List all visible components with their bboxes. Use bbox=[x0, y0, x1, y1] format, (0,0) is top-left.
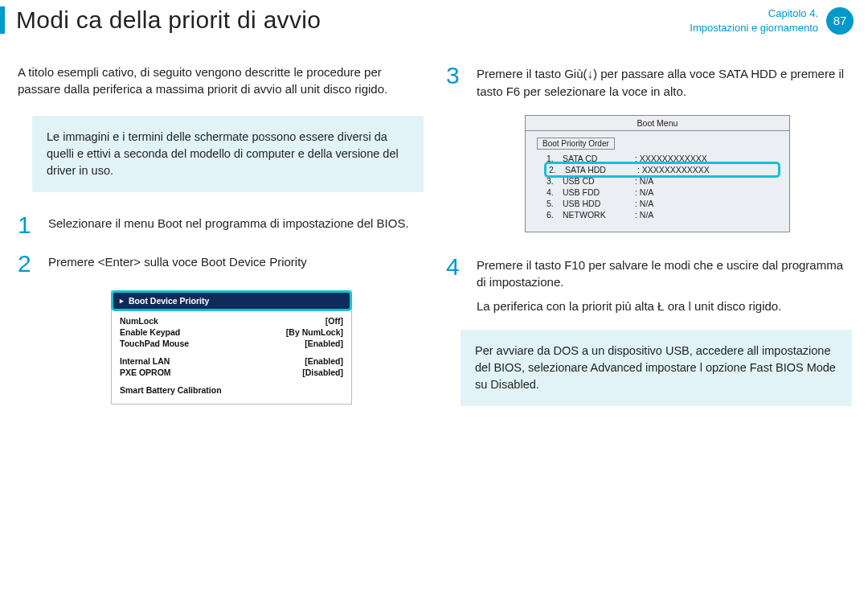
bios2-row: 6.NETWORK: N/A bbox=[537, 209, 778, 220]
bios-screenshot-1: Boot Device Priority NumLock[Off]Enable … bbox=[111, 290, 352, 405]
intro-text: A titolo esempli cativo, di seguito veng… bbox=[18, 64, 424, 98]
page-title: Modi ca della priorit di avvio bbox=[16, 6, 321, 34]
bios1-key: NumLock bbox=[120, 316, 158, 326]
bios1-val: [By NumLock] bbox=[286, 327, 343, 337]
step-number: 2 bbox=[18, 252, 37, 276]
step-text: Premere <Enter> sulla voce Boot Device P… bbox=[48, 252, 307, 276]
bios2-idx: 2. bbox=[549, 165, 562, 175]
step4-cont: La periferica con la priorit più alta Ł … bbox=[477, 298, 852, 315]
step-text: Premere il tasto F10 per salvare le modi… bbox=[477, 255, 852, 315]
note-box-1: Le immagini e i termini delle schermate … bbox=[32, 116, 424, 192]
step-text: Selezionare il menu Boot nel programma d… bbox=[48, 213, 409, 237]
chapter-line2: Impostazioni e giornamento bbox=[690, 21, 818, 35]
bios1-header: Boot Device Priority bbox=[111, 290, 352, 311]
chapter-wrap: Capitolo 4. Impostazioni e giornamento 8… bbox=[690, 6, 854, 35]
bios2-val: : N/A bbox=[635, 176, 653, 186]
bios1-val: [Off] bbox=[326, 316, 343, 326]
bios2-idx: 3. bbox=[547, 176, 559, 186]
step-number: 3 bbox=[446, 64, 465, 101]
bios2-dev: USB HDD bbox=[563, 199, 632, 208]
bios2-label: Boot Priority Order bbox=[537, 138, 615, 150]
bios1-key: Smart Battery Calibration bbox=[120, 385, 222, 395]
bios2-val: : N/A bbox=[635, 187, 653, 197]
step-4: 4 Premere il tasto F10 per salvare le mo… bbox=[446, 255, 852, 315]
page-number: 87 bbox=[833, 14, 847, 27]
bios-screenshot-2: Boot Menu Boot Priority Order 1.SATA CD:… bbox=[525, 115, 790, 232]
bios2-row: 3.USB CD: N/A bbox=[537, 175, 778, 187]
bios2-val: : N/A bbox=[635, 199, 653, 208]
step-2: 2 Premere <Enter> sulla voce Boot Device… bbox=[18, 252, 424, 276]
bios2-idx: 1. bbox=[547, 154, 559, 163]
bios1-val: [Enabled] bbox=[305, 339, 343, 348]
bios1-row: Smart Battery Calibration bbox=[120, 384, 343, 396]
bios2-idx: 4. bbox=[547, 187, 559, 197]
bios2-title: Boot Menu bbox=[526, 116, 789, 131]
page-number-badge: 87 bbox=[826, 7, 854, 35]
step-text: Premere il tasto Giù(↓) per passare alla… bbox=[477, 64, 852, 101]
bios1-row: NumLock[Off] bbox=[120, 315, 343, 326]
step-number: 1 bbox=[18, 213, 37, 237]
bios2-row: 5.USB HDD: N/A bbox=[537, 198, 778, 209]
bios1-key: Internal LAN bbox=[120, 356, 170, 366]
bios2-dev: SATA CD bbox=[563, 154, 632, 163]
title-bar: Modi ca della priorit di avvio bbox=[0, 6, 321, 34]
bios2-val: : XXXXXXXXXXXX bbox=[637, 165, 710, 175]
bios1-rows: NumLock[Off]Enable Keypad[By NumLock]Tou… bbox=[112, 310, 351, 404]
bios1-key: TouchPad Mouse bbox=[120, 339, 189, 348]
bios1-row: Enable Keypad[By NumLock] bbox=[120, 326, 343, 338]
chapter-line1: Capitolo 4. bbox=[690, 6, 818, 21]
step-number: 4 bbox=[446, 255, 465, 315]
right-column: 3 Premere il tasto Giù(↓) per passare al… bbox=[446, 64, 852, 427]
bios1-row: TouchPad Mouse[Enabled] bbox=[120, 338, 343, 349]
bios1-row: PXE OPROM[Disabled] bbox=[120, 367, 343, 378]
step-1: 1 Selezionare il menu Boot nel programma… bbox=[18, 213, 424, 237]
bios2-val: : N/A bbox=[635, 210, 653, 220]
bios2-row: 4.USB FDD: N/A bbox=[537, 187, 778, 198]
bios1-row: Internal LAN[Enabled] bbox=[120, 355, 343, 367]
note-box-2: Per avviare da DOS a un dispositivo USB,… bbox=[461, 330, 852, 406]
bios2-dev: NETWORK bbox=[563, 210, 632, 220]
step-3: 3 Premere il tasto Giù(↓) per passare al… bbox=[446, 64, 852, 101]
chapter-text: Capitolo 4. Impostazioni e giornamento bbox=[690, 6, 818, 35]
step4-main: Premere il tasto F10 per salvare le modi… bbox=[477, 258, 843, 290]
bios1-val: [Enabled] bbox=[305, 356, 343, 366]
left-column: A titolo esempli cativo, di seguito veng… bbox=[18, 64, 424, 427]
bios1-key: PXE OPROM bbox=[120, 368, 171, 377]
bios2-dev: USB FDD bbox=[563, 187, 632, 197]
bios2-val: : XXXXXXXXXXXX bbox=[635, 154, 707, 163]
bios2-dev: SATA HDD bbox=[565, 165, 634, 175]
page-header: Modi ca della priorit di avvio Capitolo … bbox=[0, 0, 868, 43]
bios1-val: [Disabled] bbox=[302, 368, 343, 377]
bios1-key: Enable Keypad bbox=[120, 327, 180, 337]
bios2-idx: 5. bbox=[547, 199, 559, 208]
bios2-dev: USB CD bbox=[563, 176, 632, 186]
bios2-idx: 6. bbox=[547, 210, 559, 220]
